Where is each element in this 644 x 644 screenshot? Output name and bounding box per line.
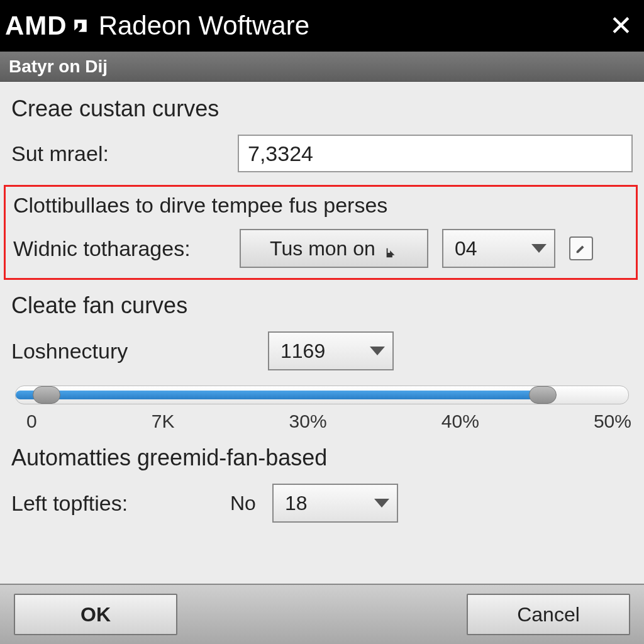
row-loshnectury: Loshnectury 1169 — [11, 331, 633, 370]
tus-mon-on-label: Tus mon on — [270, 237, 375, 260]
tick-2: 30% — [289, 411, 327, 432]
window-title: Radeon Woftware — [99, 11, 309, 41]
sut-mrael-input[interactable] — [238, 135, 633, 172]
slider-fill — [16, 391, 543, 399]
section-3-title: Automatties greemid-fan-based — [11, 445, 633, 471]
loshnectury-combo-value: 1169 — [280, 340, 325, 363]
ok-button[interactable]: OK — [14, 594, 177, 635]
chevron-down-icon — [370, 347, 385, 355]
row-sut-mrael: Sut mrael: — [11, 135, 633, 172]
left-topfties-combo-value: 18 — [285, 492, 308, 515]
slider-track[interactable] — [15, 386, 629, 404]
widnic-combo-value: 04 — [455, 237, 477, 260]
brand-label: AMD — [5, 11, 67, 41]
amd-logo-icon — [72, 18, 89, 34]
titlebar: AMD Radeon Woftware ✕ — [0, 0, 644, 52]
tick-3: 40% — [441, 411, 479, 432]
left-topfties-combo[interactable]: 18 — [272, 484, 398, 523]
row-left-topfties: Left topfties: No 18 — [11, 484, 633, 523]
close-icon[interactable]: ✕ — [609, 12, 633, 40]
widnic-checkbox[interactable] — [569, 236, 593, 260]
tick-0: 0 — [26, 411, 37, 432]
slider-section: 0 7K 30% 40% 50% — [11, 383, 633, 432]
section-2-title: Cleate fan curves — [11, 292, 633, 319]
sut-mrael-label: Sut mrael: — [11, 142, 225, 166]
left-topfties-prefix: No — [230, 492, 256, 515]
chevron-down-icon — [531, 244, 547, 253]
tick-1: 7K — [152, 411, 175, 432]
row-widnic: Widnic totharages: Tus mon on 04 — [13, 229, 628, 268]
chevron-down-icon — [374, 499, 389, 508]
tick-4: 50% — [594, 411, 631, 432]
loshnectury-label: Loshnectury — [11, 339, 255, 364]
highlighted-section: Clottibullaes to dirve tempee fus perses… — [4, 185, 638, 280]
widnic-combo[interactable]: 04 — [442, 229, 555, 268]
slider-thumb-left[interactable] — [33, 386, 60, 404]
footer: OK Cancel — [0, 584, 644, 644]
app-window: AMD Radeon Woftware ✕ Batyr on Dij Creae… — [0, 0, 644, 644]
cancel-button[interactable]: Cancel — [467, 594, 630, 635]
slider-ticks: 0 7K 30% 40% 50% — [11, 408, 633, 432]
content-area: Creae custan curves Sut mrael: Clottibul… — [0, 82, 644, 584]
tus-mon-on-button[interactable]: Tus mon on — [240, 229, 428, 268]
loshnectury-combo[interactable]: 1169 — [268, 331, 394, 370]
titlebar-left: AMD Radeon Woftware — [5, 11, 309, 41]
arrow-down-right-icon — [384, 242, 398, 255]
widnic-label: Widnic totharages: — [13, 236, 226, 261]
pencil-icon — [574, 242, 588, 255]
slider-thumb-right[interactable] — [529, 386, 557, 404]
highlight-title: Clottibullaes to dirve tempee fus perses — [13, 193, 628, 218]
left-topfties-label: Left topfties: — [11, 491, 218, 516]
section-1-title: Creae custan curves — [11, 96, 633, 122]
subheader: Batyr on Dij — [0, 52, 644, 82]
